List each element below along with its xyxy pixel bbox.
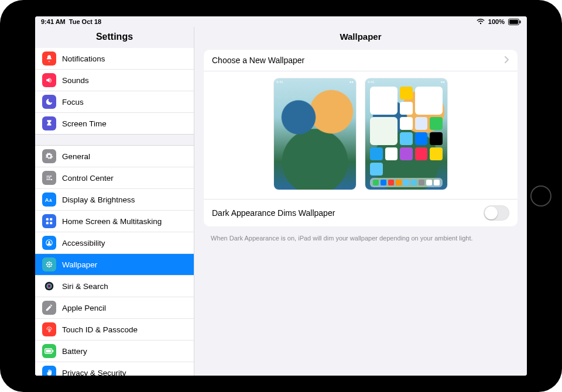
sidebar-group-2: GeneralControl CenterAADisplay & Brightn…	[35, 145, 194, 376]
sidebar-item-general[interactable]: General	[35, 146, 194, 167]
svg-rect-2	[520, 20, 521, 23]
switch-knob	[485, 207, 498, 219]
wallpaper-previews: 9:41●● 9:41●●	[204, 71, 518, 199]
sidebar-item-label: Notifications	[62, 54, 105, 63]
sidebar-item-control-center[interactable]: Control Center	[35, 167, 194, 189]
svg-point-19	[47, 262, 48, 263]
ipad-frame: 9:41 AM Tue Oct 18 100% Settings Notific…	[0, 0, 562, 392]
svg-point-15	[49, 262, 50, 263]
svg-point-22	[50, 266, 52, 267]
moon-icon	[42, 95, 56, 109]
svg-point-14	[48, 263, 50, 266]
aa-icon: AA	[42, 192, 56, 207]
choose-wallpaper-label: Choose a New Wallpaper	[212, 56, 304, 65]
status-time: 9:41 AM	[41, 18, 66, 25]
sliders-icon	[42, 171, 56, 185]
svg-point-16	[49, 266, 50, 268]
svg-point-17	[46, 264, 48, 266]
home-button[interactable]	[530, 185, 551, 207]
homescreen-preview[interactable]: 9:41●●	[365, 78, 447, 190]
svg-rect-28	[52, 350, 53, 352]
svg-rect-9	[50, 218, 52, 221]
bell-icon	[42, 51, 56, 66]
person-icon	[42, 236, 56, 250]
svg-point-4	[49, 177, 50, 178]
pencil-icon	[42, 301, 56, 315]
finger-icon	[42, 322, 56, 336]
svg-point-3	[50, 176, 52, 177]
svg-point-23	[45, 282, 54, 291]
sidebar-item-siri-search[interactable]: Siri & Search	[35, 276, 194, 297]
battery-icon	[42, 344, 56, 358]
lockscreen-preview[interactable]: 9:41●●	[274, 78, 356, 190]
wallpaper-card: Choose a New Wallpaper 9:41●● 9:41●●	[204, 50, 518, 226]
sidebar-item-label: Siri & Search	[62, 282, 108, 291]
svg-point-20	[50, 262, 52, 263]
sidebar-item-sounds[interactable]: Sounds	[35, 70, 194, 91]
sidebar-item-label: Display & Brightness	[62, 195, 135, 204]
sidebar-item-label: Focus	[62, 98, 84, 106]
hand-icon	[42, 366, 56, 376]
sidebar-item-home-screen-multitasking[interactable]: Home Screen & Multitasking	[35, 211, 194, 232]
main-title: Wallpaper	[194, 27, 527, 50]
svg-rect-10	[46, 222, 49, 224]
speaker-icon	[42, 73, 56, 87]
settings-sidebar: Settings NotificationsSoundsFocusScreen …	[35, 27, 194, 376]
sidebar-group-1: NotificationsSoundsFocusScreen Time	[35, 48, 194, 135]
flower-icon	[42, 257, 56, 271]
svg-text:A: A	[49, 198, 52, 202]
sidebar-item-label: Touch ID & Passcode	[62, 325, 138, 334]
svg-point-18	[51, 264, 53, 266]
battery-pct: 100%	[488, 18, 505, 25]
battery-icon	[508, 19, 521, 25]
sidebar-item-screen-time[interactable]: Screen Time	[35, 113, 194, 134]
siri-icon	[42, 279, 56, 293]
sidebar-item-label: Sounds	[62, 76, 89, 85]
dark-dim-footer: When Dark Appearance is on, iPad will di…	[194, 231, 527, 242]
sidebar-item-label: Control Center	[62, 174, 114, 183]
svg-point-13	[48, 241, 50, 243]
hourglass-icon	[42, 116, 56, 130]
main-panel: Wallpaper Choose a New Wallpaper 9:41●●	[194, 27, 527, 376]
choose-wallpaper-row[interactable]: Choose a New Wallpaper	[204, 50, 518, 71]
grid-icon	[42, 214, 56, 228]
svg-rect-27	[46, 350, 51, 353]
sidebar-item-battery[interactable]: Battery	[35, 341, 194, 362]
sidebar-item-accessibility[interactable]: Accessibility	[35, 232, 194, 254]
sidebar-item-label: Home Screen & Multitasking	[62, 217, 162, 226]
sidebar-item-label: Accessibility	[62, 239, 105, 247]
sidebar-item-label: Apple Pencil	[62, 304, 106, 312]
sidebar-item-label: Privacy & Security	[62, 369, 126, 376]
sidebar-item-notifications[interactable]: Notifications	[35, 48, 194, 70]
svg-rect-8	[46, 218, 49, 221]
dark-dim-label: Dark Appearance Dims Wallpaper	[212, 208, 335, 218]
screen: 9:41 AM Tue Oct 18 100% Settings Notific…	[35, 16, 527, 376]
sidebar-item-privacy-security[interactable]: Privacy & Security	[35, 362, 194, 376]
sidebar-item-display-brightness[interactable]: AADisplay & Brightness	[35, 189, 194, 211]
svg-rect-11	[50, 222, 52, 224]
sidebar-item-wallpaper[interactable]: Wallpaper	[35, 254, 194, 276]
sidebar-item-touch-id-passcode[interactable]: Touch ID & Passcode	[35, 319, 194, 341]
wifi-icon	[477, 19, 485, 25]
svg-point-5	[51, 179, 52, 180]
sidebar-item-label: General	[62, 152, 90, 161]
status-bar: 9:41 AM Tue Oct 18 100%	[35, 16, 527, 27]
dark-dim-switch[interactable]	[484, 205, 509, 221]
dark-dim-row: Dark Appearance Dims Wallpaper	[204, 199, 518, 226]
chevron-right-icon	[505, 56, 509, 65]
sidebar-item-label: Wallpaper	[62, 260, 97, 269]
svg-text:A: A	[45, 197, 49, 203]
sidebar-item-label: Screen Time	[62, 119, 107, 128]
svg-rect-1	[509, 20, 518, 24]
sidebar-item-focus[interactable]: Focus	[35, 91, 194, 113]
status-date: Tue Oct 18	[69, 18, 101, 25]
sidebar-item-label: Battery	[62, 347, 87, 356]
sidebar-title: Settings	[35, 27, 194, 48]
gear-icon	[42, 149, 56, 163]
svg-point-21	[47, 266, 48, 267]
sidebar-item-apple-pencil[interactable]: Apple Pencil	[35, 297, 194, 319]
